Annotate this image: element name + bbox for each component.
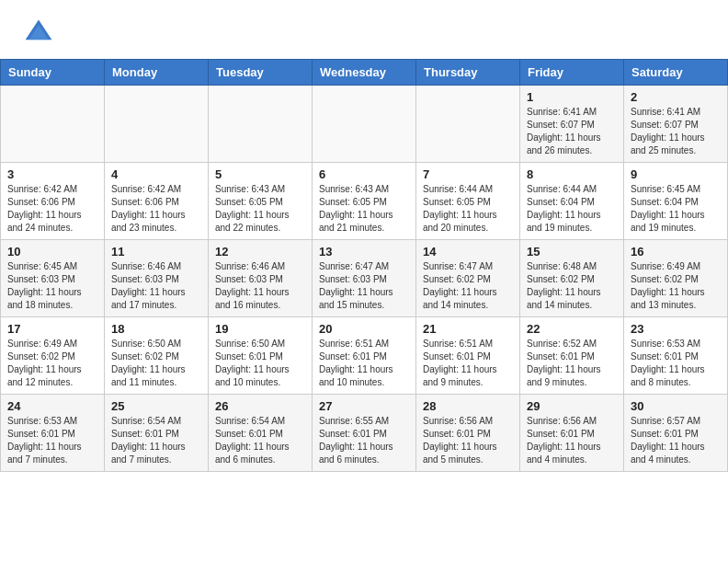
day-number: 22	[527, 322, 617, 336]
day-number: 30	[631, 399, 721, 413]
day-detail: Sunrise: 6:47 AM Sunset: 6:02 PM Dayligh…	[423, 260, 513, 312]
logo-icon	[22, 17, 55, 50]
day-detail: Sunrise: 6:53 AM Sunset: 6:01 PM Dayligh…	[7, 415, 97, 466]
day-detail: Sunrise: 6:54 AM Sunset: 6:01 PM Dayligh…	[111, 415, 201, 466]
calendar-cell: 26Sunrise: 6:54 AM Sunset: 6:01 PM Dayli…	[209, 395, 313, 472]
day-detail: Sunrise: 6:55 AM Sunset: 6:01 PM Dayligh…	[319, 415, 409, 466]
calendar-cell	[313, 86, 416, 163]
weekday-header-monday: Monday	[105, 60, 209, 86]
calendar-cell	[1, 86, 105, 163]
day-detail: Sunrise: 6:52 AM Sunset: 6:01 PM Dayligh…	[527, 338, 617, 389]
day-number: 13	[319, 245, 409, 259]
day-number: 25	[111, 399, 201, 413]
weekday-header-saturday: Saturday	[624, 60, 728, 86]
day-number: 10	[7, 245, 97, 259]
day-detail: Sunrise: 6:46 AM Sunset: 6:03 PM Dayligh…	[111, 260, 201, 312]
day-detail: Sunrise: 6:44 AM Sunset: 6:05 PM Dayligh…	[423, 183, 513, 235]
calendar-cell	[105, 86, 209, 163]
day-number: 29	[527, 399, 617, 413]
day-number: 7	[423, 167, 513, 181]
calendar-header: SundayMondayTuesdayWednesdayThursdayFrid…	[1, 60, 728, 86]
day-number: 15	[527, 245, 617, 259]
day-detail: Sunrise: 6:45 AM Sunset: 6:03 PM Dayligh…	[7, 260, 97, 312]
calendar-cell	[416, 86, 520, 163]
calendar-cell: 10Sunrise: 6:45 AM Sunset: 6:03 PM Dayli…	[1, 240, 105, 317]
calendar-cell: 28Sunrise: 6:56 AM Sunset: 6:01 PM Dayli…	[416, 395, 520, 472]
day-number: 16	[631, 245, 721, 259]
calendar-cell: 4Sunrise: 6:42 AM Sunset: 6:06 PM Daylig…	[105, 163, 209, 240]
week-row-0: 1Sunrise: 6:41 AM Sunset: 6:07 PM Daylig…	[1, 86, 728, 163]
calendar-cell: 5Sunrise: 6:43 AM Sunset: 6:05 PM Daylig…	[209, 163, 313, 240]
day-detail: Sunrise: 6:41 AM Sunset: 6:07 PM Dayligh…	[527, 106, 617, 157]
day-detail: Sunrise: 6:57 AM Sunset: 6:01 PM Dayligh…	[631, 415, 721, 466]
calendar-cell: 19Sunrise: 6:50 AM Sunset: 6:01 PM Dayli…	[209, 317, 313, 395]
week-row-3: 17Sunrise: 6:49 AM Sunset: 6:02 PM Dayli…	[1, 317, 728, 395]
day-number: 12	[215, 245, 305, 259]
calendar-cell: 9Sunrise: 6:45 AM Sunset: 6:04 PM Daylig…	[624, 163, 728, 240]
calendar-cell: 7Sunrise: 6:44 AM Sunset: 6:05 PM Daylig…	[416, 163, 520, 240]
calendar-cell: 30Sunrise: 6:57 AM Sunset: 6:01 PM Dayli…	[624, 395, 728, 472]
calendar-table: SundayMondayTuesdayWednesdayThursdayFrid…	[0, 59, 728, 472]
day-detail: Sunrise: 6:56 AM Sunset: 6:01 PM Dayligh…	[527, 415, 617, 466]
calendar-cell: 18Sunrise: 6:50 AM Sunset: 6:02 PM Dayli…	[105, 317, 209, 395]
day-number: 20	[319, 322, 409, 336]
weekday-header-wednesday: Wednesday	[313, 60, 416, 86]
weekday-header-friday: Friday	[520, 60, 624, 86]
day-number: 3	[7, 167, 97, 181]
day-number: 27	[319, 399, 409, 413]
day-number: 19	[215, 322, 305, 336]
day-detail: Sunrise: 6:45 AM Sunset: 6:04 PM Dayligh…	[631, 183, 721, 235]
day-number: 28	[423, 399, 513, 413]
day-detail: Sunrise: 6:50 AM Sunset: 6:02 PM Dayligh…	[111, 338, 201, 389]
calendar-cell: 15Sunrise: 6:48 AM Sunset: 6:02 PM Dayli…	[520, 240, 624, 317]
calendar-cell: 1Sunrise: 6:41 AM Sunset: 6:07 PM Daylig…	[520, 86, 624, 163]
day-number: 5	[215, 167, 305, 181]
week-row-1: 3Sunrise: 6:42 AM Sunset: 6:06 PM Daylig…	[1, 163, 728, 240]
calendar-cell: 3Sunrise: 6:42 AM Sunset: 6:06 PM Daylig…	[1, 163, 105, 240]
day-number: 18	[111, 322, 201, 336]
day-detail: Sunrise: 6:56 AM Sunset: 6:01 PM Dayligh…	[423, 415, 513, 466]
weekday-header-thursday: Thursday	[416, 60, 520, 86]
day-detail: Sunrise: 6:43 AM Sunset: 6:05 PM Dayligh…	[215, 183, 305, 235]
day-detail: Sunrise: 6:51 AM Sunset: 6:01 PM Dayligh…	[423, 338, 513, 389]
calendar-cell: 12Sunrise: 6:46 AM Sunset: 6:03 PM Dayli…	[209, 240, 313, 317]
day-number: 17	[7, 322, 97, 336]
calendar-cell: 16Sunrise: 6:49 AM Sunset: 6:02 PM Dayli…	[624, 240, 728, 317]
calendar-cell: 21Sunrise: 6:51 AM Sunset: 6:01 PM Dayli…	[416, 317, 520, 395]
day-detail: Sunrise: 6:42 AM Sunset: 6:06 PM Dayligh…	[111, 183, 201, 235]
day-detail: Sunrise: 6:48 AM Sunset: 6:02 PM Dayligh…	[527, 260, 617, 312]
calendar-cell: 8Sunrise: 6:44 AM Sunset: 6:04 PM Daylig…	[520, 163, 624, 240]
day-number: 4	[111, 167, 201, 181]
day-number: 2	[631, 90, 721, 104]
day-detail: Sunrise: 6:42 AM Sunset: 6:06 PM Dayligh…	[7, 183, 97, 235]
calendar-cell: 6Sunrise: 6:43 AM Sunset: 6:05 PM Daylig…	[313, 163, 416, 240]
day-number: 11	[111, 245, 201, 259]
day-detail: Sunrise: 6:46 AM Sunset: 6:03 PM Dayligh…	[215, 260, 305, 312]
calendar-cell: 24Sunrise: 6:53 AM Sunset: 6:01 PM Dayli…	[1, 395, 105, 472]
day-number: 23	[631, 322, 721, 336]
calendar-cell: 17Sunrise: 6:49 AM Sunset: 6:02 PM Dayli…	[1, 317, 105, 395]
day-detail: Sunrise: 6:54 AM Sunset: 6:01 PM Dayligh…	[215, 415, 305, 466]
day-number: 9	[631, 167, 721, 181]
day-number: 1	[527, 90, 617, 104]
week-row-2: 10Sunrise: 6:45 AM Sunset: 6:03 PM Dayli…	[1, 240, 728, 317]
calendar-cell: 2Sunrise: 6:41 AM Sunset: 6:07 PM Daylig…	[624, 86, 728, 163]
page-header	[0, 0, 728, 59]
day-detail: Sunrise: 6:50 AM Sunset: 6:01 PM Dayligh…	[215, 338, 305, 389]
week-row-4: 24Sunrise: 6:53 AM Sunset: 6:01 PM Dayli…	[1, 395, 728, 472]
day-number: 14	[423, 245, 513, 259]
day-number: 24	[7, 399, 97, 413]
calendar-cell: 14Sunrise: 6:47 AM Sunset: 6:02 PM Dayli…	[416, 240, 520, 317]
calendar-cell: 22Sunrise: 6:52 AM Sunset: 6:01 PM Dayli…	[520, 317, 624, 395]
calendar-cell: 29Sunrise: 6:56 AM Sunset: 6:01 PM Dayli…	[520, 395, 624, 472]
day-detail: Sunrise: 6:47 AM Sunset: 6:03 PM Dayligh…	[319, 260, 409, 312]
day-detail: Sunrise: 6:41 AM Sunset: 6:07 PM Dayligh…	[631, 106, 721, 157]
day-number: 26	[215, 399, 305, 413]
weekday-header-sunday: Sunday	[1, 60, 105, 86]
calendar-cell: 20Sunrise: 6:51 AM Sunset: 6:01 PM Dayli…	[313, 317, 416, 395]
calendar-cell: 27Sunrise: 6:55 AM Sunset: 6:01 PM Dayli…	[313, 395, 416, 472]
day-detail: Sunrise: 6:51 AM Sunset: 6:01 PM Dayligh…	[319, 338, 409, 389]
calendar-body: 1Sunrise: 6:41 AM Sunset: 6:07 PM Daylig…	[1, 86, 728, 472]
day-detail: Sunrise: 6:43 AM Sunset: 6:05 PM Dayligh…	[319, 183, 409, 235]
day-number: 21	[423, 322, 513, 336]
